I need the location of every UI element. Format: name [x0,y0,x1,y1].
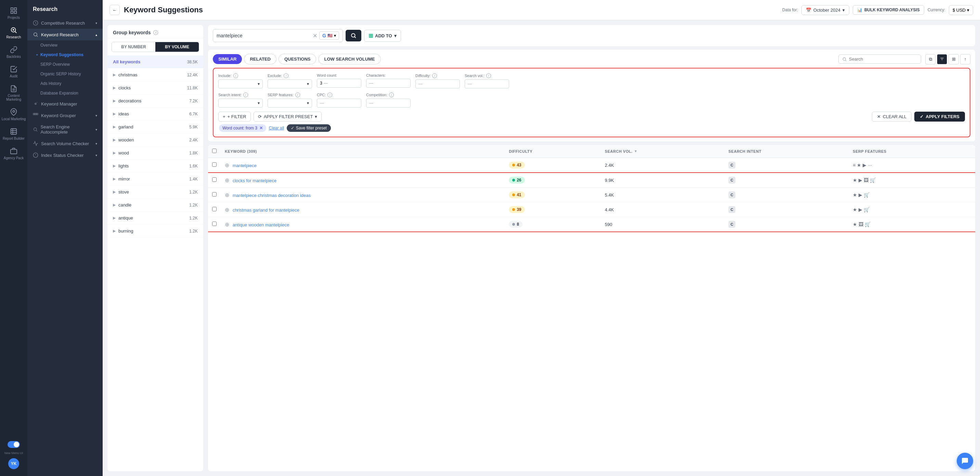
serp-features-select[interactable]: ▾ [267,99,312,107]
toggle-by-number[interactable]: BY NUMBER [112,42,155,52]
nav-sub-serp-overview[interactable]: SERP Overview [27,59,103,69]
save-preset-button[interactable]: ✓ Save filter preset [287,124,331,132]
apply-filters-button[interactable]: ✓ APPLY FILTERS [914,112,965,121]
sidebar-item-backlinks[interactable]: Backlinks [0,43,27,62]
grid-view-button[interactable]: ⊞ [948,54,959,64]
nav-item-index-status[interactable]: Index Status Checker ▾ [27,149,103,161]
sidebar-item-agency[interactable]: Agency Pack [0,144,27,163]
nav-item-keyword-grouper[interactable]: Keyword Grouper ▾ [27,110,103,121]
sidebar-item-audit[interactable]: Audit [0,62,27,81]
filter-view-button[interactable] [937,54,947,64]
new-menu-toggle[interactable] [8,441,20,448]
word-count-input[interactable]: 3 — [317,79,361,88]
row-2-add-icon[interactable]: ⊕ [225,192,229,198]
group-item-11[interactable]: ▶ antique 1.2K [107,212,203,225]
search-filter-input[interactable] [849,56,917,62]
clear-all-button[interactable]: ✕ CLEAR ALL [872,112,912,121]
search-button[interactable] [345,30,361,42]
competition-input[interactable]: — [366,99,410,107]
date-selector[interactable]: 📅 October 2024 ▾ [801,5,849,15]
row-4-keyword-link[interactable]: antique wooden mantelpiece [233,222,290,227]
tab-similar[interactable]: SIMILAR [213,54,242,64]
characters-input[interactable]: — [366,79,410,88]
search-intent-info-icon[interactable]: i [243,93,248,97]
nav-sub-organic-serp[interactable]: Organic SERP History [27,69,103,79]
row-2-keyword-link[interactable]: mantelpiece christmas decoration ideas [233,193,311,198]
group-item-9[interactable]: ▶ stove 1.2K [107,185,203,199]
search-vol-info-icon[interactable]: i [486,73,491,78]
row-0-add-icon[interactable]: ⊕ [225,162,229,168]
sidebar-item-content[interactable]: Content Marketing [0,81,27,105]
google-badge[interactable]: G 🇺🇸 ▾ [319,32,339,40]
group-item-5[interactable]: ▶ wooden 2.4K [107,134,203,147]
exclude-select[interactable]: ▾ [267,80,312,88]
export-button[interactable]: ↑ [960,54,970,64]
nav-sub-ads-history[interactable]: Ads History [27,79,103,88]
select-all-checkbox[interactable] [212,149,216,153]
search-clear-icon[interactable]: ✕ [313,32,317,39]
nav-sub-keyword-suggestions[interactable]: Keyword Suggestions [27,50,103,59]
row-1-checkbox[interactable] [212,177,216,182]
clear-all-link[interactable]: Clear all [269,126,284,131]
add-to-button[interactable]: ⊞ ADD TO ▾ [364,30,401,42]
difficulty-info-icon[interactable]: i [432,73,437,78]
search-vol-input[interactable]: — [465,80,509,88]
nav-item-competitive[interactable]: Competitive Research ▾ [27,17,103,29]
toggle-by-volume[interactable]: BY VOLUME [155,42,199,52]
group-item-3[interactable]: ▶ ideas 6.7K [107,107,203,121]
add-filter-button[interactable]: + + FILTER [218,112,251,121]
row-3-keyword-link[interactable]: christmas garland for mantelpiece [233,208,299,212]
sidebar-item-report[interactable]: Report Builder [0,124,27,144]
row-0-keyword-link[interactable]: mantelpiece [233,163,257,168]
back-button[interactable]: ← [110,5,120,15]
group-item-7[interactable]: ▶ lights 1.6K [107,160,203,173]
group-item-8[interactable]: ▶ mirror 1.4K [107,173,203,185]
apply-preset-button[interactable]: ⟳ APPLY FILTER PRESET ▾ [253,112,322,121]
group-item-10[interactable]: ▶ candle 1.2K [107,199,203,212]
sidebar-item-research[interactable]: Research [0,23,27,43]
nav-sub-db-expansion[interactable]: Database Expansion [27,88,103,98]
keyword-sort[interactable]: KEYWORD (309) [225,149,501,153]
serp-features-info-icon[interactable]: i [295,93,300,97]
search-input[interactable] [216,33,311,38]
group-item-0[interactable]: ▶ christmas 12.4K [107,69,203,81]
nav-item-keyword-research[interactable]: Keyword Research ▴ [27,29,103,40]
toggle-switch[interactable] [8,441,20,448]
groups-info-icon[interactable]: i [153,30,158,35]
tab-low-volume[interactable]: LOW SEARCH VOLUME [318,54,380,64]
group-item-all[interactable]: All keywords 38.5K [107,56,203,69]
competition-info-icon[interactable]: i [389,93,394,97]
nav-item-search-volume[interactable]: Search Volume Checker ▾ [27,138,103,149]
nav-item-keyword-manager[interactable]: Keyword Manager [27,98,103,110]
nav-item-search-engine[interactable]: Search Engine Autocomplete ▾ [27,121,103,138]
chat-bubble[interactable] [957,453,973,469]
sidebar-item-projects[interactable]: Projects [0,3,27,23]
cpc-info-icon[interactable]: i [328,93,332,97]
group-item-4[interactable]: ▶ garland 5.9K [107,121,203,134]
include-select[interactable]: ▾ [218,80,263,88]
nav-sub-overview[interactable]: Overview [27,40,103,50]
row-3-checkbox[interactable] [212,207,216,211]
copy-view-button[interactable]: ⧉ [925,54,935,64]
search-intent-select[interactable]: ▾ [218,99,263,107]
row-0-checkbox[interactable] [212,162,216,167]
cpc-input[interactable]: — [317,99,361,107]
row-4-add-icon[interactable]: ⊕ [225,222,229,227]
bulk-analysis-button[interactable]: 📊 BULK KEYWORD ANALYSIS [853,5,924,15]
group-item-12[interactable]: ▶ burning 1.2K [107,225,203,238]
exclude-info-icon[interactable]: i [284,73,288,78]
row-3-add-icon[interactable]: ⊕ [225,207,229,212]
sidebar-item-local[interactable]: Local Marketing [0,105,27,124]
row-4-checkbox[interactable] [212,222,216,226]
remove-filter-icon[interactable]: ✕ [259,126,263,131]
row-1-keyword-link[interactable]: clocks for mantelpiece [233,178,277,183]
group-item-2[interactable]: ▶ decorations 7.2K [107,94,203,107]
tab-questions[interactable]: QUESTIONS [278,54,317,64]
search-vol-sort[interactable]: SEARCH VOL. ▼ [605,149,720,153]
group-item-6[interactable]: ▶ wood 1.8K [107,147,203,160]
difficulty-sort[interactable]: DIFFICULTY [509,149,597,153]
tab-related[interactable]: RELATED [244,54,276,64]
group-item-1[interactable]: ▶ clocks 11.8K [107,81,203,94]
currency-selector[interactable]: $ USD ▾ [949,5,973,15]
include-info-icon[interactable]: i [233,73,238,78]
